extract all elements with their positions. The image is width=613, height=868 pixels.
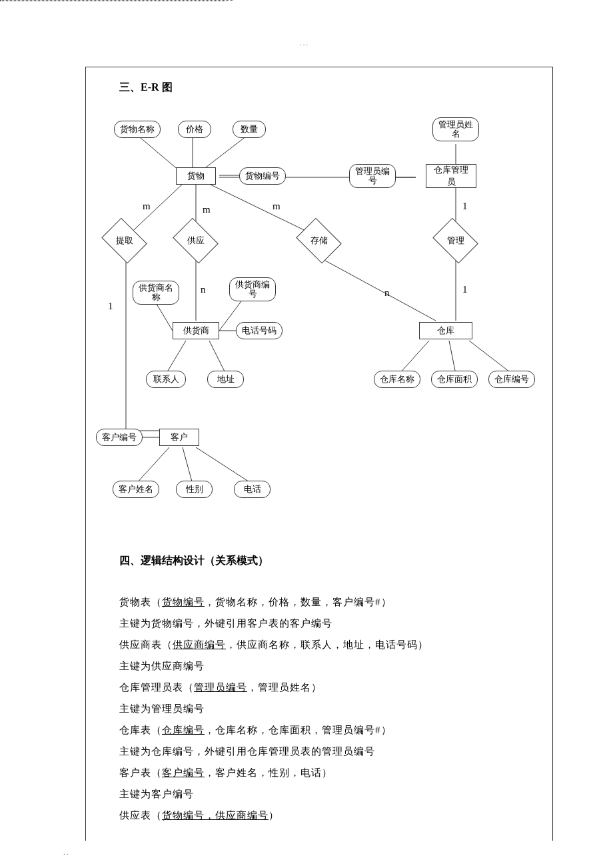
attr-wh-id: 仓库编号 bbox=[488, 371, 535, 388]
schema-line-3: 主键为供应商编号 bbox=[119, 658, 205, 674]
rel-supply: 供应 bbox=[177, 227, 214, 254]
svg-line-25 bbox=[136, 447, 169, 484]
attr-price: 价格 bbox=[178, 121, 211, 138]
entity-manager: 仓库管理 员 bbox=[426, 164, 476, 188]
attr-gender: 性别 bbox=[176, 481, 213, 498]
attr-contact: 联系人 bbox=[146, 371, 186, 388]
svg-line-26 bbox=[183, 447, 193, 484]
entity-supplier: 供货商 bbox=[173, 322, 219, 339]
header-center-mark: ... bbox=[300, 39, 309, 47]
page: ... .. 三、E-R 图 bbox=[0, 0, 613, 868]
er-lines bbox=[86, 67, 552, 547]
schema-line-2: 供应商表（供应商编号，供应商名称，联系人，地址，电话号码） bbox=[119, 637, 428, 653]
svg-line-27 bbox=[196, 447, 253, 484]
schema-line-0: 货物表（货物编号，货物名称，价格，数量，客户编号#） bbox=[119, 594, 392, 610]
card-m-3: m bbox=[273, 201, 281, 212]
rel-extract-label: 提取 bbox=[116, 235, 133, 247]
attr-cust-name: 客户姓名 bbox=[113, 481, 159, 498]
svg-line-0 bbox=[136, 134, 179, 171]
footer-mark: .. bbox=[63, 848, 70, 856]
entity-customer: 客户 bbox=[159, 429, 199, 446]
attr-wh-area: 仓库面积 bbox=[431, 371, 478, 388]
schema-line-6: 仓库表（仓库编号，仓库名称，仓库面积，管理员编号#） bbox=[119, 722, 392, 738]
svg-line-23 bbox=[469, 341, 512, 374]
rel-extract: 提取 bbox=[106, 227, 143, 254]
attr-goods-name: 货物名称 bbox=[114, 121, 161, 138]
section-4-title: 四、逻辑结构设计（关系模式） bbox=[119, 554, 269, 568]
header-rule-right bbox=[0, 1, 227, 1]
rel-supply-label: 供应 bbox=[187, 235, 205, 247]
rel-store-label: 存储 bbox=[310, 235, 328, 247]
attr-supplier-id: 供货商编 号 bbox=[229, 277, 276, 301]
schema-line-5: 主键为管理员编号 bbox=[119, 701, 205, 717]
attr-cust-id: 客户编号 bbox=[96, 429, 143, 446]
svg-line-19 bbox=[319, 257, 436, 321]
card-1-b: 1 bbox=[108, 301, 113, 312]
content-frame: 三、E-R 图 bbox=[85, 67, 553, 841]
card-n-1: n bbox=[201, 284, 206, 295]
attr-quantity: 数量 bbox=[233, 121, 266, 138]
entity-warehouse: 仓库 bbox=[419, 322, 472, 339]
svg-line-17 bbox=[166, 341, 186, 374]
svg-line-22 bbox=[449, 341, 456, 374]
card-m-1: m bbox=[143, 201, 151, 212]
attr-goods-id: 货物编号 bbox=[239, 167, 286, 185]
svg-line-21 bbox=[399, 341, 429, 374]
rel-store: 存储 bbox=[301, 227, 337, 254]
attr-tel: 电话 bbox=[234, 481, 271, 498]
attr-manager-name: 管理员姓 名 bbox=[432, 117, 479, 141]
svg-line-18 bbox=[209, 341, 226, 374]
schema-line-8: 客户表（客户编号，客户姓名，性别，电话） bbox=[119, 765, 332, 781]
card-n-2: n bbox=[384, 287, 390, 299]
entity-goods: 货物 bbox=[176, 167, 216, 185]
rel-manage-label: 管理 bbox=[447, 235, 464, 247]
schema-line-1: 主键为货物编号，外键引用客户表的客户编号 bbox=[119, 615, 332, 631]
attr-phone: 电话号码 bbox=[236, 322, 283, 339]
card-1-a: 1 bbox=[462, 201, 468, 212]
schema-line-9: 主键为客户编号 bbox=[119, 786, 194, 802]
attr-manager-id: 管理员编 号 bbox=[349, 164, 396, 188]
attr-supplier-name: 供货商名 称 bbox=[133, 281, 179, 305]
card-m-2: m bbox=[203, 204, 211, 215]
attr-address: 地址 bbox=[207, 371, 244, 388]
schema-line-4: 仓库管理员表（管理员编号，管理员姓名） bbox=[119, 679, 322, 695]
attr-wh-name: 仓库名称 bbox=[374, 371, 420, 388]
svg-line-2 bbox=[206, 134, 249, 167]
schema-line-10: 供应表（货物编号，供应商编号） bbox=[119, 807, 279, 823]
rel-manage: 管理 bbox=[437, 227, 474, 254]
card-1-c: 1 bbox=[462, 284, 468, 295]
schema-line-7: 主键为仓库编号，外键引用仓库管理员表的管理员编号 bbox=[119, 743, 375, 759]
